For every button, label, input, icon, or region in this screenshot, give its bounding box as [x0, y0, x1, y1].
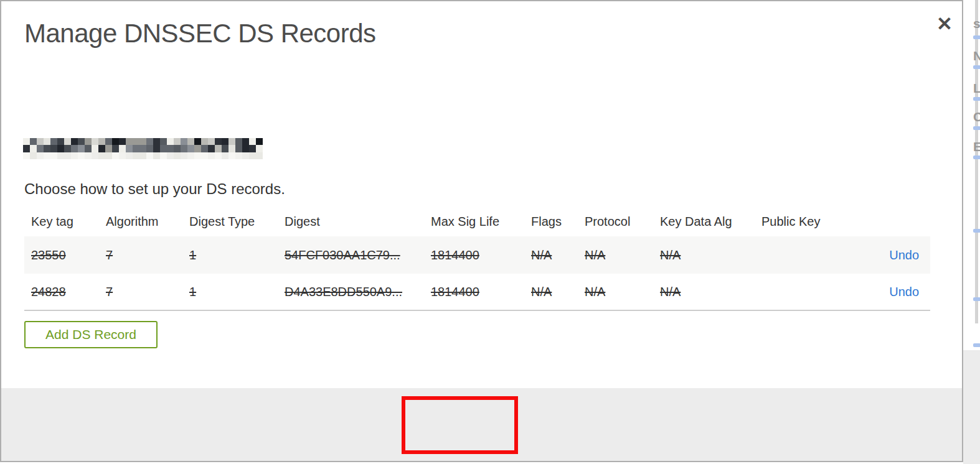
- background-link-fragment: [973, 155, 980, 159]
- table-header-cell: Flags: [531, 215, 585, 229]
- table-cell-digest: D4A33E8DD550A9...: [285, 285, 431, 299]
- table-header-cell: Public Key: [761, 215, 849, 229]
- redacted-domain-name: [23, 138, 263, 159]
- modal-footer: Save Cancel: [1, 388, 962, 461]
- modal-title: Manage DNSSEC DS Records: [24, 19, 376, 49]
- table-cell-key-data-alg: N/A: [660, 248, 761, 262]
- background-link-fragment: [973, 229, 980, 233]
- table-cell-digest-type: 1: [189, 248, 285, 262]
- ds-records-table: Key tagAlgorithmDigest TypeDigestMax Sig…: [24, 206, 930, 311]
- table-cell-max-sig-life: 1814400: [431, 285, 531, 299]
- table-cell-flags: N/A: [531, 285, 585, 299]
- table-body: 235507154FCF030AA1C79...1814400N/AN/AN/A…: [24, 236, 930, 311]
- modal-subtitle: Choose how to set up your DS records.: [24, 180, 285, 198]
- table-cell-digest: 54FCF030AA1C79...: [285, 248, 431, 262]
- table-header-cell: Max Sig Life: [431, 215, 531, 229]
- table-header-cell: Key Data Alg: [660, 215, 761, 229]
- table-header-cell: Protocol: [585, 215, 660, 229]
- table-cell-max-sig-life: 1814400: [431, 248, 531, 262]
- table-cell-algorithm: 7: [106, 248, 189, 262]
- table-header-cell: Digest Type: [189, 215, 285, 229]
- background-link-fragment: [973, 35, 980, 39]
- background-link-fragment: [973, 297, 980, 301]
- background-text-fragment: N: [973, 49, 980, 63]
- manage-dnssec-modal: Manage DNSSEC DS Records ✕ Choose how to…: [0, 0, 963, 462]
- table-cell-action: Undo: [849, 285, 930, 299]
- background-text-fragment: s: [973, 16, 980, 31]
- table-cell-key-tag: 23550: [31, 248, 106, 262]
- table-cell-key-tag: 24828: [31, 285, 106, 299]
- table-header-cell: Digest: [285, 215, 431, 229]
- table-cell-protocol: N/A: [585, 285, 660, 299]
- table-cell-flags: N/A: [531, 248, 585, 262]
- background-link-fragment: [973, 126, 980, 130]
- background-page-strip: sNLCE: [963, 0, 980, 464]
- table-cell-key-data-alg: N/A: [660, 285, 761, 299]
- background-text-fragment: L: [973, 81, 980, 96]
- table-header-row: Key tagAlgorithmDigest TypeDigestMax Sig…: [24, 206, 930, 236]
- table-header-cell: Algorithm: [106, 215, 189, 229]
- table-row: 2482871D4A33E8DD550A9...1814400N/AN/AN/A…: [24, 274, 930, 311]
- add-ds-record-button[interactable]: Add DS Record: [24, 321, 158, 348]
- table-cell-protocol: N/A: [585, 248, 660, 262]
- background-link-fragment: [973, 343, 980, 347]
- background-link-fragment: [973, 65, 980, 69]
- screenshot-stage: Manage DNSSEC DS Records ✕ Choose how to…: [0, 0, 980, 464]
- table-cell-digest-type: 1: [189, 285, 285, 299]
- table-row: 235507154FCF030AA1C79...1814400N/AN/AN/A…: [24, 236, 930, 274]
- table-cell-action: Undo: [849, 248, 930, 262]
- background-strip-footer: [963, 350, 980, 464]
- background-text-fragment: C: [973, 109, 980, 124]
- table-cell-algorithm: 7: [106, 285, 189, 299]
- undo-link[interactable]: Undo: [889, 248, 919, 262]
- background-text-fragment: E: [973, 139, 980, 154]
- close-icon[interactable]: ✕: [934, 14, 955, 35]
- table-header-cell: Key tag: [31, 215, 106, 229]
- undo-link[interactable]: Undo: [889, 285, 919, 299]
- background-link-fragment: [973, 97, 980, 101]
